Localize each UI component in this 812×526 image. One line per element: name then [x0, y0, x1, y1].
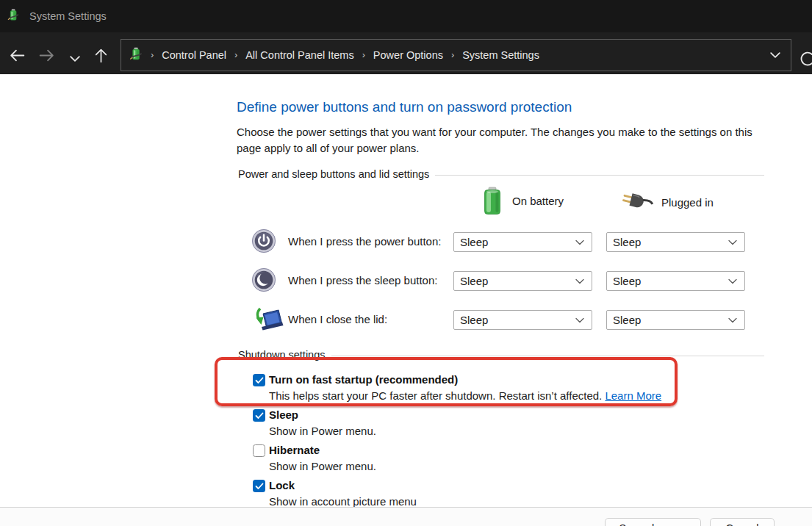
group-label: Power and sleep buttons and lid settings: [238, 168, 429, 180]
checkbox-row-sleep: Sleep Show in Power menu.: [237, 406, 764, 442]
power-button-setting-label: When I press the power button:: [288, 235, 441, 248]
forward-button[interactable]: [36, 45, 57, 65]
checkmark-icon: [255, 483, 264, 490]
sleep-label[interactable]: Sleep: [269, 408, 298, 421]
sleep-button-icon: [251, 267, 276, 295]
power-options-location-icon: [129, 46, 144, 65]
refresh-icon: [798, 49, 812, 68]
lock-checkbox[interactable]: [253, 480, 265, 492]
navigation-bar: › Control Panel › All Control Panel Item…: [0, 32, 812, 74]
power-button-icon: [251, 228, 276, 256]
page-title: Define power buttons and turn on passwor…: [237, 99, 572, 115]
lock-label[interactable]: Lock: [269, 479, 295, 491]
battery-icon: [482, 187, 503, 215]
up-arrow-icon: [92, 46, 110, 65]
close-lid-plugged-in-dropdown[interactable]: Sleep: [606, 310, 745, 330]
power-options-app-icon: [7, 8, 21, 25]
chevron-down-icon: [70, 55, 80, 62]
recent-pages-button[interactable]: [65, 48, 85, 69]
cancel-button[interactable]: Cancel: [710, 518, 775, 526]
breadcrumb-power-options[interactable]: Power Options: [372, 46, 445, 64]
plugged-in-label: Plugged in: [661, 196, 714, 209]
setting-row-close-lid: When I close the lid: Sleep Sleep: [237, 306, 764, 336]
up-button[interactable]: [90, 45, 111, 65]
group-rule: [435, 175, 764, 176]
column-header-plugged-in: Plugged in: [622, 192, 714, 212]
hibernate-checkbox[interactable]: [253, 444, 265, 457]
sleep-button-setting-label: When I press the sleep button:: [288, 274, 437, 287]
address-bar[interactable]: › Control Panel › All Control Panel Item…: [121, 39, 791, 71]
system-settings-window: System Settings: [0, 0, 812, 526]
power-button-on-battery-dropdown[interactable]: Sleep: [453, 232, 592, 252]
chevron-down-icon: [575, 239, 584, 245]
save-changes-button[interactable]: Save changes: [605, 518, 701, 526]
laptop-lid-icon: [251, 306, 284, 336]
breadcrumb-system-settings[interactable]: System Settings: [461, 46, 541, 64]
group-rule: [331, 356, 765, 356]
on-battery-label: On battery: [512, 195, 564, 207]
breadcrumb-control-panel[interactable]: Control Panel: [160, 46, 228, 64]
breadcrumb-all-control-panel-items[interactable]: All Control Panel Items: [244, 46, 355, 64]
chevron-down-icon: [728, 239, 737, 245]
setting-row-sleep-button: When I press the sleep button: Sleep Sle…: [237, 267, 764, 298]
sleep-checkbox[interactable]: [253, 409, 265, 422]
sleep-description: Show in Power menu.: [269, 425, 376, 437]
refresh-button[interactable]: [798, 49, 812, 71]
address-dropdown-button[interactable]: [766, 44, 785, 66]
page-description: Choose the power settings that you want …: [237, 124, 752, 156]
back-arrow-icon: [8, 46, 26, 65]
forward-arrow-icon: [37, 46, 56, 65]
breadcrumb-separator: ›: [144, 50, 160, 60]
chevron-down-icon: [728, 278, 737, 284]
hibernate-description: Show in Power menu.: [269, 460, 376, 472]
power-button-plugged-in-dropdown[interactable]: Sleep: [606, 232, 745, 252]
chevron-down-icon: [728, 317, 737, 323]
close-lid-setting-label: When I close the lid:: [288, 313, 387, 325]
breadcrumb-separator: ›: [228, 50, 244, 60]
sleep-button-on-battery-dropdown[interactable]: Sleep: [453, 271, 592, 291]
chevron-down-icon: [770, 51, 780, 59]
sleep-button-plugged-in-dropdown[interactable]: Sleep: [606, 271, 745, 291]
plug-icon: [622, 192, 654, 212]
hibernate-label[interactable]: Hibernate: [269, 444, 320, 456]
column-header-on-battery: On battery: [482, 187, 564, 215]
breadcrumb-separator: ›: [445, 50, 461, 60]
group-power-sleep-lid: Power and sleep buttons and lid settings: [238, 168, 764, 180]
chevron-down-icon: [575, 317, 584, 323]
title-bar: System Settings: [0, 0, 812, 32]
lock-description: Show in account picture menu: [269, 495, 417, 508]
back-button[interactable]: [7, 45, 27, 65]
annotation-highlight-box: [215, 357, 678, 406]
checkbox-row-hibernate: Hibernate Show in Power menu.: [237, 442, 764, 477]
chevron-down-icon: [575, 278, 584, 284]
setting-row-power-button: When I press the power button: Sleep Sle…: [237, 228, 764, 259]
breadcrumb-separator: ›: [356, 50, 372, 60]
checkmark-icon: [255, 412, 264, 419]
window-title: System Settings: [29, 10, 107, 22]
close-lid-on-battery-dropdown[interactable]: Sleep: [453, 310, 592, 330]
